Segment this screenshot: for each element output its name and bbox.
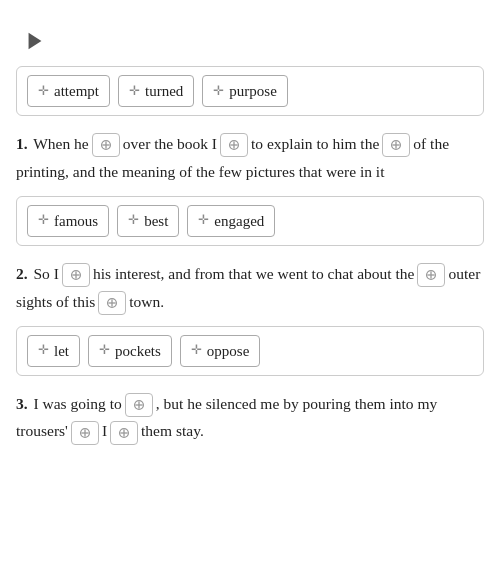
move-icon: ✛ — [128, 210, 139, 231]
word-label: best — [144, 209, 168, 233]
gap-2-5[interactable] — [98, 291, 126, 315]
word-label: purpose — [229, 79, 277, 103]
word-chip-purpose[interactable]: ✛purpose — [202, 75, 288, 107]
word-chip-engaged[interactable]: ✛engaged — [187, 205, 275, 237]
gap-2-3[interactable] — [417, 263, 445, 287]
sentence-text: When he — [33, 135, 89, 152]
word-chip-pockets[interactable]: ✛pockets — [88, 335, 172, 367]
word-bank-2: ✛famous✛best✛engaged — [16, 196, 484, 246]
move-icon: ✛ — [191, 340, 202, 361]
move-icon: ✛ — [129, 81, 140, 102]
sentence-number-3: 3. — [16, 395, 28, 412]
move-icon: ✛ — [99, 340, 110, 361]
word-label: famous — [54, 209, 98, 233]
gap-3-1[interactable] — [125, 393, 153, 417]
word-chip-famous[interactable]: ✛famous — [27, 205, 109, 237]
sentence-number-1: 1. — [16, 135, 28, 152]
move-icon: ✛ — [198, 210, 209, 231]
word-label: attempt — [54, 79, 99, 103]
sentence-2: 2. So I his interest, and from that we w… — [16, 260, 484, 316]
word-label: pockets — [115, 339, 161, 363]
gap-3-5[interactable] — [110, 421, 138, 445]
audio-icon[interactable] — [24, 30, 46, 52]
sentence-text: them stay. — [141, 422, 204, 439]
move-icon: ✛ — [213, 81, 224, 102]
gap-3-3[interactable] — [71, 421, 99, 445]
sentence-number-2: 2. — [16, 265, 28, 282]
word-chip-best[interactable]: ✛best — [117, 205, 179, 237]
word-chip-let[interactable]: ✛let — [27, 335, 80, 367]
word-label: oppose — [207, 339, 250, 363]
sentence-text: So I — [34, 265, 59, 282]
sentence-1: 1. When he over the book I to explain to… — [16, 130, 484, 186]
gap-1-3[interactable] — [220, 133, 248, 157]
gap-2-1[interactable] — [62, 263, 90, 287]
svg-marker-0 — [29, 33, 42, 50]
word-label: turned — [145, 79, 183, 103]
move-icon: ✛ — [38, 81, 49, 102]
sentence-text: I was going to — [34, 395, 122, 412]
sentence-text: town. — [129, 293, 164, 310]
sentence-text: his interest, and from that we went to c… — [93, 265, 415, 282]
move-icon: ✛ — [38, 340, 49, 361]
word-label: let — [54, 339, 69, 363]
sentence-3: 3. I was going to , but he silenced me b… — [16, 390, 484, 446]
word-bank-1: ✛attempt✛turned✛purpose — [16, 66, 484, 116]
word-chip-attempt[interactable]: ✛attempt — [27, 75, 110, 107]
sentence-text: over the book I — [123, 135, 217, 152]
word-chip-oppose[interactable]: ✛oppose — [180, 335, 261, 367]
sentence-text: to explain to him the — [251, 135, 379, 152]
gap-1-1[interactable] — [92, 133, 120, 157]
move-icon: ✛ — [38, 210, 49, 231]
word-chip-turned[interactable]: ✛turned — [118, 75, 194, 107]
gap-1-5[interactable] — [382, 133, 410, 157]
word-label: engaged — [214, 209, 264, 233]
word-bank-3: ✛let✛pockets✛oppose — [16, 326, 484, 376]
sentence-text: I — [102, 422, 107, 439]
